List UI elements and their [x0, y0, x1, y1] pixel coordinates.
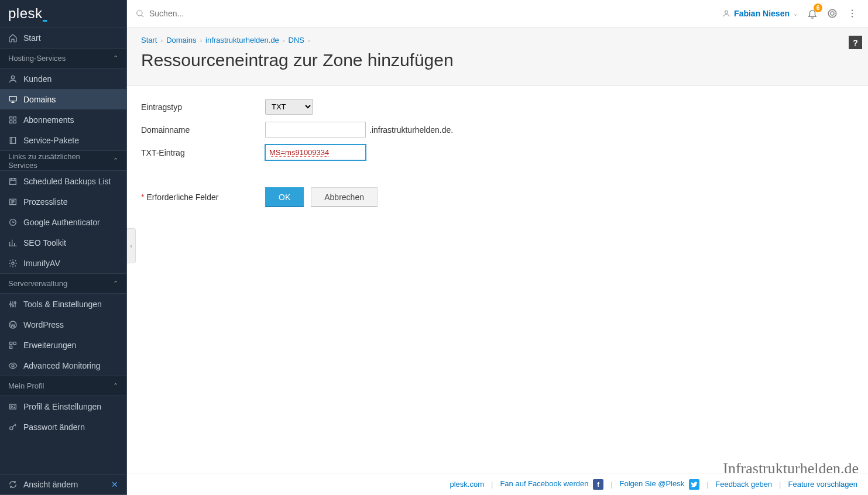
- sidebar-item-label: Service-Pakete: [23, 136, 118, 145]
- svg-point-13: [15, 302, 16, 304]
- breadcrumb-item[interactable]: infrastrukturhelden.de: [205, 36, 279, 44]
- chevron-down-icon: ⌄: [793, 11, 798, 17]
- svg-rect-5: [13, 121, 16, 123]
- svg-point-25: [831, 12, 834, 15]
- breadcrumb-item[interactable]: Start: [141, 36, 157, 44]
- form-label-txt: TXT-Eintrag: [141, 148, 265, 157]
- book-icon: [8, 136, 18, 145]
- cancel-button[interactable]: Abbrechen: [311, 187, 378, 207]
- svg-point-26: [852, 9, 853, 11]
- svg-point-0: [11, 75, 14, 78]
- svg-point-21: [10, 427, 13, 429]
- footer: plesk.com | Fan auf Facebook werden f | …: [127, 473, 868, 495]
- sidebar-item-erweiterungen[interactable]: Erweiterungen: [0, 335, 126, 355]
- chevron-right-icon: ›: [200, 37, 202, 44]
- notifications-badge: 6: [814, 4, 822, 12]
- google-icon: [8, 218, 18, 227]
- svg-rect-6: [10, 137, 15, 143]
- footer-link-plesk[interactable]: plesk.com: [450, 480, 484, 489]
- svg-rect-2: [10, 116, 12, 119]
- monitor-icon: [8, 95, 18, 104]
- record-type-select[interactable]: TXT: [265, 99, 313, 115]
- more-menu-icon[interactable]: [847, 8, 857, 19]
- sidebar-item-label: Tools & Einstellungen: [23, 300, 118, 309]
- sidebar-item-start[interactable]: Start: [0, 28, 126, 48]
- sidebar-item-google-auth[interactable]: Google Authenticator: [0, 212, 126, 232]
- home-icon: [8, 33, 18, 43]
- sidebar-item-label: Start: [23, 33, 118, 43]
- sidebar: plesk Start Hosting-Services ⌃ Kunden Do…: [0, 0, 127, 495]
- sidebar-item-backups[interactable]: Scheduled Backups List: [0, 171, 126, 191]
- chevron-right-icon: ›: [308, 37, 310, 44]
- sidebar-section-label: Serververwaltung: [8, 279, 67, 288]
- chevron-up-icon: ⌃: [113, 280, 118, 287]
- sidebar-item-label: Google Authenticator: [23, 218, 118, 227]
- domain-suffix: .infrastrukturhelden.de.: [369, 125, 453, 135]
- sidebar-section-server[interactable]: Serververwaltung ⌃: [0, 273, 126, 294]
- search-input[interactable]: [149, 9, 325, 18]
- sidebar-item-wordpress[interactable]: WordPress: [0, 314, 126, 335]
- sidebar-item-password[interactable]: Passwort ändern: [0, 417, 126, 437]
- txt-record-input[interactable]: [265, 145, 366, 160]
- wordpress-icon: [8, 320, 18, 329]
- sidebar-item-view-change[interactable]: Ansicht ändern ✕: [0, 474, 126, 494]
- sidebar-item-kunden[interactable]: Kunden: [0, 68, 126, 89]
- sidebar-item-label: Scheduled Backups List: [23, 177, 118, 186]
- puzzle-icon: [8, 341, 18, 350]
- key-icon: [8, 422, 18, 432]
- svg-rect-17: [10, 346, 12, 348]
- breadcrumb-item[interactable]: DNS: [289, 36, 304, 44]
- user-icon: [722, 9, 730, 18]
- footer-link-twitter[interactable]: Folgen Sie @Plesk: [619, 479, 684, 488]
- eye-icon: [8, 361, 18, 370]
- sidebar-item-label: Advanced Monitoring: [23, 361, 118, 370]
- svg-rect-7: [10, 178, 16, 184]
- user-menu[interactable]: Fabian Niesen ⌄: [722, 9, 798, 18]
- sliders-icon: [8, 300, 18, 309]
- sidebar-section-profile[interactable]: Mein Profil ⌃: [0, 376, 126, 396]
- form-row-type: Eintragstyp TXT: [141, 99, 854, 115]
- sidebar-item-domains[interactable]: Domains: [0, 89, 126, 109]
- facebook-icon[interactable]: f: [593, 479, 603, 490]
- sidebar-item-service-pakete[interactable]: Service-Pakete: [0, 130, 126, 150]
- notifications-icon[interactable]: 6: [807, 8, 818, 19]
- sidebar-section-label: Hosting-Services: [8, 54, 66, 63]
- ok-button[interactable]: OK: [265, 187, 304, 207]
- sidebar-section-links[interactable]: Links zu zusätzlichen Services ⌃: [0, 150, 126, 171]
- sidebar-item-seo[interactable]: SEO Toolkit: [0, 232, 126, 253]
- twitter-icon[interactable]: [689, 479, 699, 490]
- page-help-button[interactable]: ?: [849, 36, 862, 49]
- help-icon[interactable]: [827, 8, 838, 19]
- user-name: Fabian Niesen: [734, 9, 790, 18]
- sidebar-section-hosting[interactable]: Hosting-Services ⌃: [0, 48, 126, 68]
- svg-point-18: [12, 365, 14, 367]
- sidebar-item-abonnements[interactable]: Abonnements: [0, 109, 126, 130]
- sidebar-item-imunify[interactable]: ImunifyAV: [0, 253, 126, 273]
- sidebar-item-profil[interactable]: Profil & Einstellungen: [0, 396, 126, 417]
- logo[interactable]: plesk: [0, 0, 126, 28]
- content-body: Eintragstyp TXT Domainname .infrastruktu…: [127, 86, 868, 495]
- footer-link-feedback[interactable]: Feedback geben: [715, 480, 772, 489]
- svg-point-27: [852, 13, 853, 15]
- user-icon: [8, 74, 18, 84]
- svg-rect-16: [13, 342, 16, 344]
- sidebar-item-label: WordPress: [23, 320, 118, 329]
- sidebar-item-tools[interactable]: Tools & Einstellungen: [0, 294, 126, 314]
- domain-name-input[interactable]: [265, 122, 366, 138]
- breadcrumb-item[interactable]: Domains: [166, 36, 196, 44]
- chevron-up-icon: ⌃: [113, 54, 118, 62]
- sidebar-item-monitoring[interactable]: Advanced Monitoring: [0, 355, 126, 376]
- close-icon[interactable]: ✕: [111, 480, 118, 489]
- svg-point-20: [11, 405, 13, 407]
- svg-point-10: [12, 262, 14, 264]
- main: Fabian Niesen ⌄ 6 Start› Domains› infras…: [127, 0, 868, 495]
- footer-link-facebook[interactable]: Fan auf Facebook werden: [500, 479, 588, 488]
- footer-link-feature[interactable]: Feature vorschlagen: [788, 480, 857, 489]
- sidebar-collapse-handle[interactable]: ‹: [127, 228, 136, 263]
- form-row-domain: Domainname .infrastrukturhelden.de.: [141, 122, 854, 138]
- sidebar-item-label: ImunifyAV: [23, 259, 118, 268]
- sidebar-item-label: Kunden: [23, 74, 118, 84]
- logo-text: plesk: [8, 5, 43, 21]
- sidebar-item-prozessliste[interactable]: Prozessliste: [0, 191, 126, 212]
- gear-icon: [8, 259, 18, 268]
